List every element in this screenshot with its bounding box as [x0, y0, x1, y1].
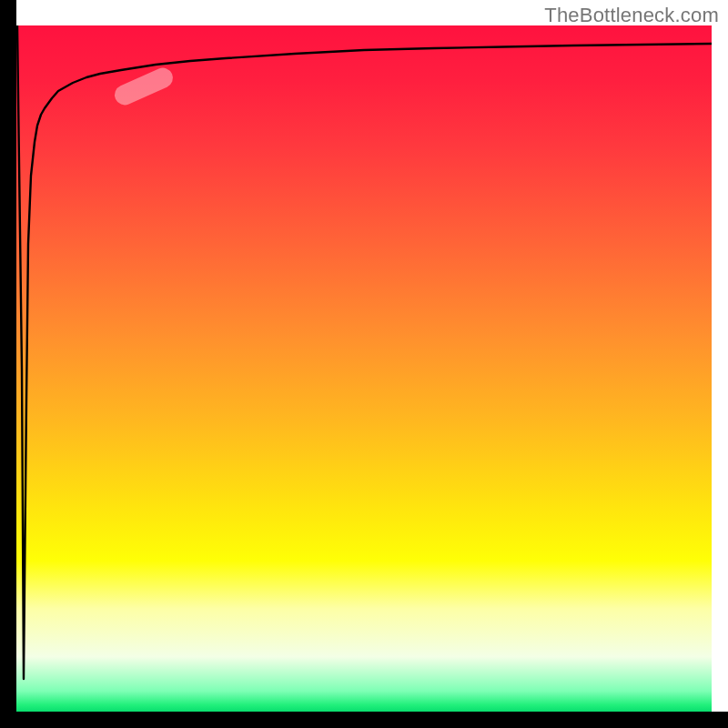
frame-bottom-bar [0, 712, 728, 728]
dip-curve-path [17, 25, 712, 679]
chart-canvas: TheBottleneck.com [0, 0, 728, 728]
plot-area [16, 25, 712, 712]
watermark-text: TheBottleneck.com [544, 4, 719, 27]
curve-svg [16, 25, 712, 712]
frame-left-bar [0, 0, 16, 712]
